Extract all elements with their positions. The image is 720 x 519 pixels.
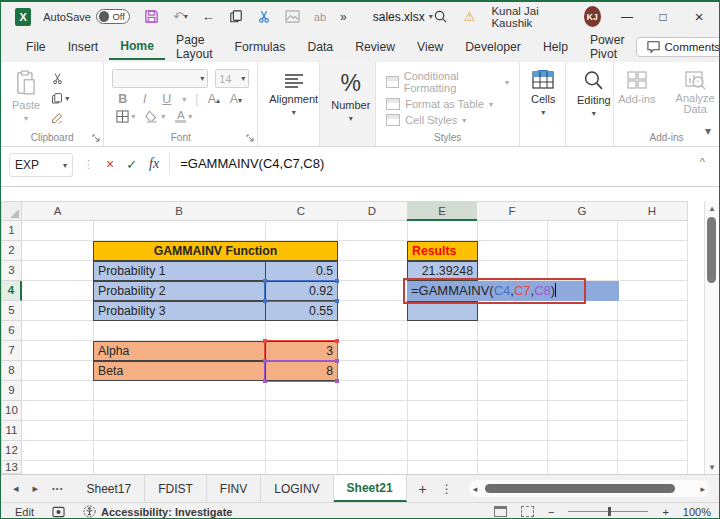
warning-icon[interactable]: ⚠ [464, 9, 476, 24]
format-painter-button[interactable] [51, 112, 69, 125]
cell-E5[interactable] [407, 301, 478, 321]
enter-button[interactable]: ✓ [126, 157, 137, 172]
tab-file[interactable]: File [15, 34, 57, 59]
accessibility-checker[interactable]: Accessibility: Investigate [83, 505, 232, 518]
analyze-data-button[interactable]: AnalyzeData [669, 66, 720, 119]
more-sheets-button[interactable]: ••• [52, 484, 63, 493]
row-header-12[interactable]: 12 [1, 441, 22, 461]
user-name[interactable]: Kunal Jai Kaushik [491, 5, 567, 29]
copy-button[interactable] [229, 9, 243, 24]
sheet-tab-FINV[interactable]: FINV [207, 475, 261, 502]
tab-formulas[interactable]: Formulas [224, 34, 297, 59]
column-header-C[interactable]: C [265, 201, 338, 221]
zoom-slider[interactable] [568, 511, 648, 512]
sheet-tab-Sheet17[interactable]: Sheet17 [73, 475, 145, 502]
cell-B3[interactable]: Probability 1 [93, 261, 266, 281]
row-header-2[interactable]: 2 [1, 241, 22, 261]
cut-button[interactable] [51, 72, 69, 85]
cell-E2-results[interactable]: Results [407, 241, 478, 261]
addins-button[interactable]: Add-ins [611, 66, 662, 109]
page-break-view-button[interactable] [521, 506, 534, 517]
insert-function-button[interactable]: fx [149, 156, 159, 172]
column-header-A[interactable]: A [22, 201, 94, 221]
zoom-out-button[interactable]: − [548, 506, 554, 518]
tab-help[interactable]: Help [532, 34, 579, 59]
column-header-G[interactable]: G [547, 201, 618, 221]
font-dialog-launcher[interactable] [246, 134, 254, 142]
hscroll-left-button[interactable]: ◂ [473, 484, 478, 494]
column-header-B[interactable]: B [93, 201, 266, 221]
formula-bar-collapse-button[interactable]: ^ [694, 153, 711, 171]
bold-button[interactable]: B [116, 92, 129, 106]
cell-B7-alpha[interactable]: Alpha [93, 341, 266, 361]
sheet-tab-FDIST[interactable]: FDIST [145, 475, 207, 502]
vertical-scrollbar[interactable]: ▴ ▾ [704, 201, 718, 474]
tab-data[interactable]: Data [296, 34, 344, 59]
horizontal-scrollbar[interactable]: ◂ ▸ [469, 480, 709, 497]
row-header-3[interactable]: 3 [1, 261, 22, 281]
number-button[interactable]: % Number ▾ [324, 66, 377, 127]
horizontal-scroll-thumb[interactable] [485, 484, 674, 493]
copy-button[interactable]: ▾ [51, 92, 69, 105]
tab-review[interactable]: Review [344, 34, 406, 59]
decrease-font-button[interactable]: A▾ [229, 92, 242, 106]
format-as-table-button[interactable]: Format as Table▾ [386, 98, 509, 110]
cell-styles-button[interactable]: Cell Styles▾ [386, 114, 509, 126]
search-button[interactable] [433, 9, 448, 24]
cell-B4[interactable]: Probability 2 [93, 281, 266, 301]
underline-button[interactable]: U [160, 92, 173, 106]
font-name-select[interactable]: ▾ [112, 69, 208, 88]
sheet-tab-LOGINV[interactable]: LOGINV [261, 475, 333, 502]
translate-button[interactable]: ab [314, 11, 326, 23]
font-color-button[interactable]: A▾ [175, 110, 192, 123]
ribbon-collapse-button[interactable]: ▾ [705, 124, 711, 138]
avatar[interactable]: KJ [584, 6, 601, 27]
row-header-11[interactable]: 11 [1, 421, 22, 441]
picture-button[interactable] [285, 10, 300, 23]
row-header-6[interactable]: 6 [1, 321, 22, 341]
formula-input[interactable]: =GAMMAINV(C4,C7,C8) [169, 153, 694, 174]
clipboard-dialog-launcher[interactable] [92, 134, 100, 142]
row-header-7[interactable]: 7 [1, 341, 22, 361]
cancel-button[interactable]: × [106, 156, 114, 172]
tab-power-pivot[interactable]: Power Pivot [579, 27, 636, 66]
tab-view[interactable]: View [406, 34, 454, 59]
sheet-nav-left-button[interactable]: ◂ [13, 482, 19, 495]
zoom-slider-thumb[interactable] [608, 507, 611, 516]
sheet-tab-Sheet21[interactable]: Sheet21 [334, 475, 407, 502]
close-button[interactable]: × [689, 8, 709, 25]
tab-developer[interactable]: Developer [454, 34, 532, 59]
macro-record-button[interactable] [52, 506, 65, 518]
cells-button[interactable]: Cells ▾ [524, 66, 562, 121]
font-size-select[interactable]: 14▾ [215, 69, 249, 88]
page-layout-view-button[interactable] [494, 506, 507, 517]
hscroll-right-button[interactable]: ▸ [700, 484, 705, 494]
borders-button[interactable]: ▾ [116, 110, 135, 123]
fill-color-button[interactable]: ▾ [145, 110, 165, 123]
zoom-in-button[interactable]: + [662, 506, 668, 518]
sheet-nav-right-button[interactable]: ▸ [33, 482, 39, 495]
row-header-9[interactable]: 9 [1, 381, 22, 401]
tab-home[interactable]: Home [109, 33, 165, 60]
row-header-4[interactable]: 4 [1, 281, 22, 301]
row-header-5[interactable]: 5 [1, 301, 22, 321]
maximize-button[interactable]: □ [653, 10, 673, 24]
sheet-menu-button[interactable]: ⋮ [441, 482, 453, 496]
name-box[interactable]: EXP▾ [9, 153, 73, 177]
column-header-D[interactable]: D [337, 201, 408, 221]
scroll-down-button[interactable]: ▾ [705, 462, 719, 472]
alignment-button[interactable]: Alignment ▾ [262, 68, 325, 121]
row-header-13[interactable]: 13 [1, 461, 22, 474]
cell-mode-indicator[interactable]: Edit [15, 506, 34, 518]
conditional-formatting-button[interactable]: Conditional Formatting▾ [386, 70, 509, 94]
document-title[interactable]: sales.xlsx ▾ [373, 10, 433, 24]
excel-logo-icon[interactable]: X [15, 8, 31, 26]
column-header-E[interactable]: E [407, 201, 478, 221]
increase-font-button[interactable]: A▴ [207, 92, 220, 106]
scroll-up-button[interactable]: ▴ [705, 203, 719, 213]
autosave-toggle[interactable]: Off [96, 9, 130, 24]
column-header-H[interactable]: H [617, 201, 688, 221]
row-header-10[interactable]: 10 [1, 401, 22, 421]
cell-C5[interactable]: 0.55 [265, 301, 338, 321]
tab-page-layout[interactable]: Page Layout [165, 27, 224, 66]
